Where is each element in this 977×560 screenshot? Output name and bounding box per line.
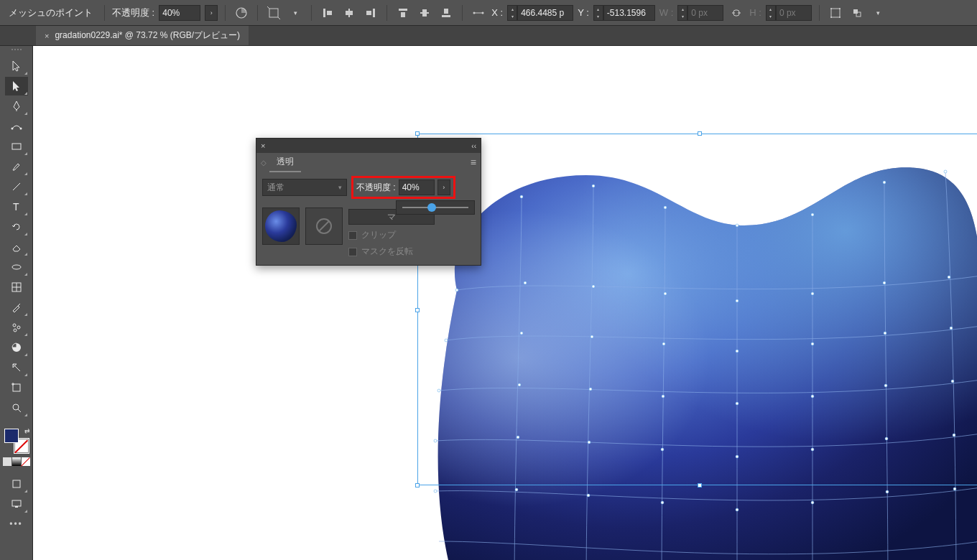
svg-rect-2: [323, 9, 325, 17]
artboard-tool[interactable]: [5, 378, 28, 397]
screen-mode-icon[interactable]: [5, 495, 28, 513]
svg-point-22: [839, 8, 841, 9]
align-left-icon[interactable]: [319, 4, 336, 22]
selection-tool[interactable]: [5, 57, 28, 75]
color-mode-none[interactable]: [22, 457, 30, 466]
selection-handle[interactable]: [415, 308, 420, 312]
link-wh-icon[interactable]: [728, 4, 745, 22]
svg-rect-7: [366, 11, 371, 15]
toolbox-grip[interactable]: [6, 49, 27, 53]
svg-rect-11: [422, 9, 427, 17]
swap-colors-icon[interactable]: ⇄: [24, 427, 30, 434]
selection-handle[interactable]: [415, 131, 420, 136]
chevron-right-icon: ›: [210, 9, 213, 17]
svg-rect-13: [444, 9, 448, 14]
crop-icon[interactable]: [265, 4, 282, 22]
panel-tab-transparency[interactable]: 透明: [269, 153, 301, 172]
selection-handle[interactable]: [698, 483, 702, 487]
zoom-tool[interactable]: [5, 398, 28, 417]
clip-checkbox[interactable]: クリップ: [348, 229, 435, 241]
opacity-dropdown[interactable]: ›: [205, 5, 218, 21]
svg-rect-20: [831, 9, 840, 17]
width-tool[interactable]: [5, 258, 28, 276]
w-stepper: ▴▾: [677, 5, 687, 21]
opacity-slider-popup[interactable]: [396, 200, 475, 215]
align-vcenter-icon[interactable]: [416, 4, 433, 22]
panel-titlebar[interactable]: × ‹‹: [256, 139, 481, 153]
w-label: W :: [659, 7, 674, 18]
color-mode-gradient[interactable]: [12, 457, 21, 466]
separator: [462, 5, 463, 21]
pen-tool[interactable]: [5, 97, 28, 116]
svg-rect-46: [15, 506, 18, 508]
slider-track[interactable]: [402, 207, 468, 208]
line-tool[interactable]: [5, 177, 28, 196]
main-area: T ⇄ •••: [0, 46, 977, 560]
recolor-icon[interactable]: [233, 4, 250, 22]
curvature-tool[interactable]: [5, 117, 28, 136]
align-top-icon[interactable]: [394, 4, 412, 22]
fill-swatch[interactable]: [4, 429, 19, 443]
color-mode-solid[interactable]: [3, 457, 11, 466]
panel-blend-row: 通常 ▾ 不透明度 : 40% ›: [256, 172, 481, 203]
opacity-input[interactable]: 40%: [399, 179, 435, 195]
opacity-dropdown-arrow[interactable]: ›: [437, 179, 450, 195]
eraser-tool[interactable]: [5, 238, 28, 256]
h-field: ▴▾ 0 px: [766, 5, 812, 21]
more-dropdown[interactable]: ▾: [870, 4, 887, 22]
isolate-dropdown[interactable]: ▾: [287, 4, 304, 22]
panel-tab-row: ◇ 透明 ≡: [256, 153, 481, 172]
canvas[interactable]: × ‹‹ ◇ 透明 ≡ 通常 ▾ 不透明度 : 40% ›: [33, 46, 977, 560]
blend-mode-select[interactable]: 通常 ▾: [262, 179, 347, 196]
align-bottom-icon[interactable]: [437, 4, 455, 22]
document-tab[interactable]: × gradation0229.ai* @ 73.72 % (RGB/プレビュー…: [36, 26, 249, 45]
rotate-tool[interactable]: [5, 218, 28, 236]
rectangle-tool[interactable]: [5, 137, 28, 156]
x-field[interactable]: ▴▾ 466.4485 p: [507, 5, 573, 21]
selection-handle[interactable]: [698, 131, 702, 136]
draw-mode-icon[interactable]: [5, 475, 28, 493]
svg-rect-39: [13, 384, 20, 391]
selection-handle[interactable]: [415, 483, 420, 487]
transform-icon[interactable]: [470, 4, 487, 22]
slider-thumb[interactable]: [427, 203, 436, 212]
y-input[interactable]: -513.1596: [603, 5, 655, 21]
mesh-tool[interactable]: [5, 278, 28, 297]
toolbox: T ⇄ •••: [0, 46, 33, 560]
eyedropper-tool[interactable]: [5, 298, 28, 317]
shape-mode-icon[interactable]: [827, 4, 844, 22]
separator: [257, 5, 258, 21]
x-input[interactable]: 466.4485 p: [517, 5, 573, 21]
svg-rect-6: [373, 9, 375, 17]
color-mode-row: [3, 457, 30, 466]
slice-tool[interactable]: [5, 358, 28, 377]
svg-point-83: [434, 490, 437, 493]
opacity-input[interactable]: 40%: [159, 5, 200, 21]
svg-rect-8: [399, 9, 407, 11]
paintbrush-tool[interactable]: [5, 157, 28, 176]
edit-toolbar-icon[interactable]: •••: [5, 515, 28, 533]
symbol-sprayer-tool[interactable]: [5, 318, 28, 337]
align-right-icon[interactable]: [362, 4, 379, 22]
type-tool[interactable]: T: [5, 197, 28, 216]
x-stepper[interactable]: ▴▾: [507, 5, 517, 21]
direct-selection-tool[interactable]: [5, 77, 28, 95]
close-tab-icon[interactable]: ×: [45, 32, 49, 40]
svg-text:T: T: [13, 201, 19, 213]
panel-collapse-icon[interactable]: ‹‹: [471, 142, 476, 150]
panel-menu-icon[interactable]: ≡: [471, 157, 476, 168]
object-thumbnail[interactable]: [262, 207, 300, 245]
panel-cycle-icon[interactable]: ◇: [261, 159, 267, 167]
svg-point-24: [839, 17, 841, 18]
w-field: ▴▾ 0 px: [677, 5, 723, 21]
fill-stroke-swatches[interactable]: ⇄: [3, 429, 30, 453]
y-field[interactable]: ▴▾ -513.1596: [593, 5, 655, 21]
mask-thumbnail[interactable]: [305, 207, 343, 245]
graph-tool[interactable]: [5, 338, 28, 357]
y-stepper[interactable]: ▴▾: [593, 5, 603, 21]
invert-mask-checkbox[interactable]: マスクを反転: [348, 246, 435, 258]
align-to-icon[interactable]: [848, 4, 866, 22]
panel-close-icon[interactable]: ×: [261, 141, 265, 150]
align-hcenter-icon[interactable]: [341, 4, 358, 22]
control-bar: メッシュのポイント 不透明度 : 40% › ▾ X : ▴▾ 466.4485…: [0, 0, 977, 26]
